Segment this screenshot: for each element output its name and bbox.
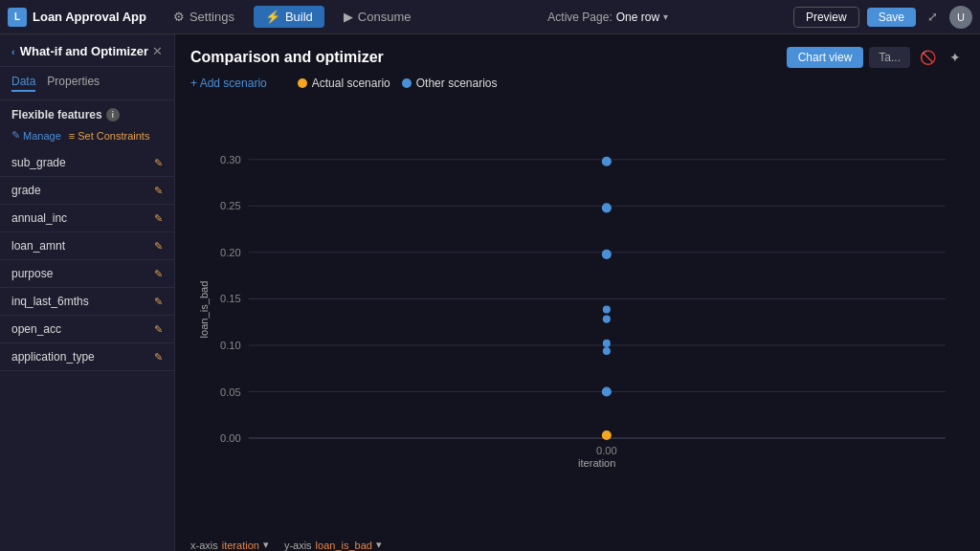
- chevron-down-icon: ▾: [376, 539, 382, 551]
- edit-icon: ✎: [154, 212, 163, 225]
- svg-text:iteration: iteration: [578, 457, 616, 469]
- app-logo-icon: L: [8, 8, 27, 27]
- svg-text:0.30: 0.30: [220, 154, 241, 165]
- avatar[interactable]: U: [949, 6, 972, 29]
- table-button[interactable]: Ta...: [869, 47, 910, 68]
- list-item[interactable]: annual_inc ✎: [0, 205, 174, 232]
- feature-list: sub_grade ✎ grade ✎ annual_inc ✎ loan_am…: [0, 149, 174, 551]
- tab-properties[interactable]: Properties: [47, 75, 100, 92]
- edit-icon: ✎: [154, 351, 163, 364]
- svg-text:0.15: 0.15: [220, 293, 241, 304]
- edit-icon: ✎: [154, 185, 163, 197]
- scenario-controls: + Add scenario Actual scenario Other sce…: [175, 77, 980, 99]
- chart-point: [602, 250, 612, 259]
- y-axis-control[interactable]: y-axis loan_is_bad ▾: [284, 539, 382, 551]
- svg-text:0.00: 0.00: [596, 445, 617, 456]
- consume-nav[interactable]: ▶ Consume: [332, 6, 423, 28]
- preview-button[interactable]: Preview: [793, 7, 859, 28]
- app-title: Loan Approval App: [33, 10, 146, 24]
- svg-text:loan_is_bad: loan_is_bad: [198, 281, 210, 339]
- legend-item-actual: Actual scenario: [298, 77, 390, 90]
- add-scenario-button[interactable]: + Add scenario: [190, 77, 267, 90]
- edit-manage-icon: ✎: [11, 129, 20, 142]
- info-icon[interactable]: i: [106, 108, 120, 121]
- other-scenarios-dot: [402, 78, 412, 88]
- actual-scenario-dot: [298, 78, 307, 88]
- chart-point: [603, 316, 611, 323]
- chart-point: [602, 157, 612, 166]
- svg-text:0.05: 0.05: [220, 386, 241, 398]
- svg-text:0.25: 0.25: [220, 200, 241, 211]
- x-axis-control[interactable]: x-axis iteration ▾: [190, 539, 269, 551]
- chart-legend: Actual scenario Other scenarios: [298, 77, 498, 90]
- list-item[interactable]: sub_grade ✎: [0, 149, 174, 177]
- chart-area: 0.30 0.25 0.20 0.15 0.10 0.05 0.00 itera…: [175, 99, 980, 535]
- list-item[interactable]: purpose ✎: [0, 260, 174, 288]
- edit-icon: ✎: [154, 240, 163, 253]
- legend-item-other: Other scenarios: [402, 77, 498, 90]
- settings-nav[interactable]: ⚙ Settings: [162, 6, 246, 28]
- sidebar: ‹ What-if and Optimizer ✕ Data Propertie…: [0, 34, 175, 551]
- edit-icon: ✎: [154, 323, 163, 336]
- chart-point: [603, 340, 611, 347]
- gear-icon: ⚙: [173, 10, 185, 24]
- add-icon[interactable]: ✦: [946, 46, 965, 69]
- svg-text:0.00: 0.00: [220, 432, 241, 444]
- play-icon: ▶: [344, 10, 353, 24]
- list-item[interactable]: grade ✎: [0, 177, 174, 205]
- sidebar-title: ‹ What-if and Optimizer: [11, 44, 148, 58]
- chart-svg: 0.30 0.25 0.20 0.15 0.10 0.05 0.00 itera…: [190, 99, 965, 519]
- list-item[interactable]: inq_last_6mths ✎: [0, 288, 174, 316]
- svg-text:0.20: 0.20: [220, 247, 241, 258]
- svg-text:0.10: 0.10: [220, 340, 241, 351]
- build-nav[interactable]: ⚡ Build: [254, 6, 324, 28]
- page-title: Comparison and optimizer: [190, 49, 384, 66]
- sidebar-tabs: Data Properties: [0, 67, 174, 100]
- eye-slash-icon[interactable]: 🚫: [916, 46, 940, 69]
- share-button[interactable]: ⤢: [924, 6, 942, 28]
- close-icon[interactable]: ✕: [152, 44, 163, 58]
- list-item[interactable]: application_type ✎: [0, 343, 174, 371]
- edit-icon: ✎: [154, 296, 163, 308]
- main-header: Comparison and optimizer Chart view Ta..…: [175, 34, 980, 77]
- flexible-features-label: Flexible features i: [0, 100, 174, 125]
- tab-data[interactable]: Data: [11, 75, 35, 92]
- set-constraints-link[interactable]: ≡ Set Constraints: [69, 129, 150, 142]
- feature-actions: ✎ Manage ≡ Set Constraints: [0, 125, 174, 149]
- axis-controls: x-axis iteration ▾ y-axis loan_is_bad ▾: [175, 535, 980, 551]
- chart-point: [602, 203, 612, 212]
- top-navigation: L Loan Approval App ⚙ Settings ⚡ Build ▶…: [0, 0, 980, 34]
- active-page-indicator[interactable]: Active Page: One row ▾: [547, 11, 668, 24]
- build-icon: ⚡: [265, 10, 280, 24]
- chart-view-button[interactable]: Chart view: [787, 47, 864, 68]
- save-button[interactable]: Save: [867, 8, 916, 27]
- header-actions: Chart view Ta... 🚫 ✦: [787, 46, 965, 69]
- chevron-down-icon: ▾: [663, 11, 668, 22]
- edit-icon: ✎: [154, 268, 163, 280]
- list-icon: ≡: [69, 130, 75, 142]
- manage-link[interactable]: ✎ Manage: [11, 129, 61, 142]
- main-content: Comparison and optimizer Chart view Ta..…: [175, 34, 980, 551]
- chart-point: [603, 305, 611, 313]
- list-item[interactable]: loan_amnt ✎: [0, 232, 174, 260]
- chevron-down-icon: ▾: [263, 539, 269, 551]
- back-arrow-icon[interactable]: ‹: [11, 46, 15, 57]
- main-layout: ‹ What-if and Optimizer ✕ Data Propertie…: [0, 34, 980, 551]
- app-logo: L Loan Approval App: [8, 8, 146, 27]
- sidebar-header: ‹ What-if and Optimizer ✕: [0, 34, 174, 67]
- nav-right-actions: Preview Save ⤢ U: [793, 6, 972, 29]
- edit-icon: ✎: [154, 157, 163, 169]
- actual-scenario-point: [602, 430, 612, 440]
- list-item[interactable]: open_acc ✎: [0, 316, 174, 343]
- chart-point: [602, 386, 612, 396]
- chart-point: [603, 347, 611, 355]
